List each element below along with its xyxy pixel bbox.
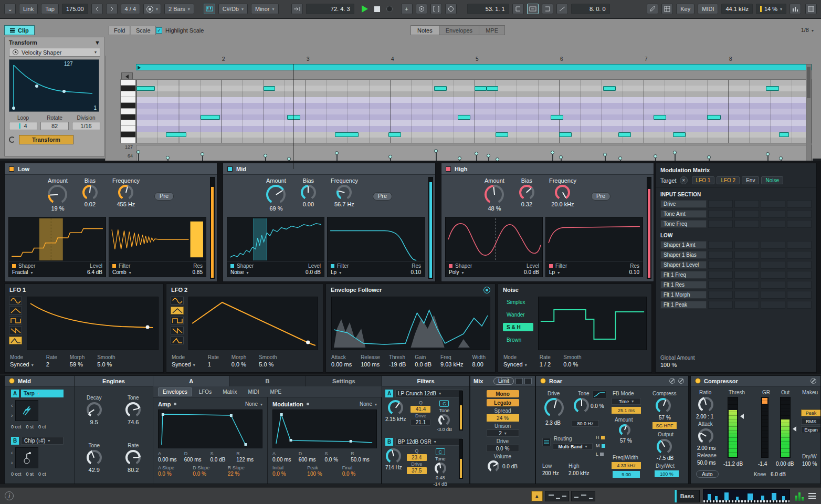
- metronome-button[interactable]: [143, 4, 161, 14]
- matrix-row[interactable]: Shaper 1 Amt: [656, 240, 816, 250]
- bar-ruler[interactable]: 2345678: [136, 56, 812, 64]
- matrix-row[interactable]: Flt 1 Peak: [656, 300, 816, 310]
- noise-graph[interactable]: [538, 297, 647, 350]
- midi-note[interactable]: [335, 132, 359, 137]
- band-enable-checkbox[interactable]: [9, 166, 14, 172]
- arrangement-position-field[interactable]: 72. 4. 3: [306, 4, 354, 14]
- velocity-dot[interactable]: [673, 151, 677, 154]
- nudge-down-icon[interactable]: [91, 4, 103, 14]
- midi-note[interactable]: [496, 132, 508, 137]
- engine-a-tag[interactable]: A: [11, 390, 19, 397]
- band-h-indicator[interactable]: H: [596, 435, 605, 440]
- amp-envelope-graph[interactable]: [158, 410, 262, 448]
- engine-knob-cell[interactable]: Rate 80.2: [125, 443, 141, 473]
- filter-type-menu[interactable]: Comb: [112, 269, 131, 275]
- unison-menu[interactable]: 2: [487, 429, 519, 437]
- comp-fold-icon[interactable]: [811, 378, 816, 384]
- midi-note[interactable]: [458, 115, 470, 120]
- lfo-graph[interactable]: [188, 297, 318, 350]
- triangle-wave-icon[interactable]: [9, 307, 22, 314]
- mod-env-menu[interactable]: None: [360, 401, 377, 407]
- envelope-follower-graph[interactable]: [331, 297, 490, 350]
- xover-high-value[interactable]: 2.00 kHz: [569, 470, 589, 476]
- env-param[interactable]: S0.0 %: [325, 451, 351, 463]
- meld-subtab[interactable]: MIDI: [244, 388, 263, 396]
- filter-a-q-field[interactable]: 41.4: [410, 406, 430, 413]
- velocity-dot[interactable]: [487, 154, 490, 158]
- envf-param[interactable]: Attack0.00 ms: [331, 354, 352, 368]
- cpu-meter-field[interactable]: 14 %: [756, 4, 786, 14]
- width-field[interactable]: 9.00: [613, 471, 640, 478]
- nudge-up-icon[interactable]: [106, 4, 118, 14]
- attack-knob[interactable]: [698, 428, 713, 444]
- pre-button[interactable]: Pre: [154, 192, 174, 201]
- mini-clip-widget[interactable]: [571, 491, 595, 501]
- midi-note[interactable]: [166, 132, 186, 137]
- envf-param[interactable]: Freq9.03 kHz: [440, 354, 463, 368]
- engine-prev-icon[interactable]: ‹: [11, 403, 13, 408]
- env-param[interactable]: D600 ms: [299, 451, 325, 463]
- velocity-dot[interactable]: [335, 151, 339, 155]
- matrix-row[interactable]: Flt 1 Res: [656, 280, 816, 290]
- fold-button[interactable]: Fold: [109, 26, 130, 35]
- meld-subtab[interactable]: MPE: [266, 388, 286, 396]
- lfo-param[interactable]: Morph59 %: [70, 354, 85, 368]
- sine-wave-icon[interactable]: [9, 297, 22, 304]
- midi-note[interactable]: [388, 132, 401, 137]
- roar-tone-freq-field[interactable]: 80.0 Hz: [572, 420, 599, 427]
- filter-a-c-button[interactable]: C: [439, 400, 449, 407]
- clip-tab[interactable]: Clip: [4, 25, 35, 35]
- info-icon[interactable]: i: [5, 491, 14, 500]
- filter-a-freq-knob[interactable]: [388, 400, 403, 415]
- frequency-knob[interactable]: [336, 185, 352, 200]
- velocity-dot[interactable]: [136, 150, 140, 154]
- meld-tab[interactable]: B: [229, 376, 306, 386]
- meld-tab[interactable]: Settings: [306, 376, 382, 386]
- env-slope-param[interactable]: D Slope0.0 %: [193, 465, 227, 477]
- cent-field[interactable]: 0 ct: [38, 424, 46, 429]
- filter-b-drive-field[interactable]: 37.5: [407, 467, 427, 474]
- fb-time-field[interactable]: 25.1 ms: [612, 407, 641, 414]
- engine-next-icon[interactable]: ›: [11, 413, 13, 418]
- tempo-field[interactable]: 175.00: [62, 4, 88, 14]
- draw-mode-pencil-icon[interactable]: [647, 4, 658, 14]
- octave-field[interactable]: 0 oct: [11, 424, 22, 429]
- collapse-triangle-icon[interactable]: ▼: [94, 39, 100, 46]
- bias-knob[interactable]: [519, 185, 534, 200]
- device-activator-icon[interactable]: [695, 378, 701, 384]
- velocity-dot[interactable]: [201, 152, 204, 156]
- midi-note[interactable]: [707, 115, 721, 120]
- engine-knob[interactable]: [87, 402, 102, 417]
- device-activator-icon[interactable]: [9, 378, 15, 384]
- filter-b-freq-knob[interactable]: [386, 448, 401, 464]
- grid-size-menu[interactable]: 1/8: [801, 27, 814, 33]
- transform-apply-button[interactable]: Transform: [19, 135, 73, 144]
- scale-button[interactable]: Scale: [131, 26, 156, 35]
- env-param[interactable]: A0.00 ms: [158, 451, 184, 463]
- mod-source-tab[interactable]: LFO 1: [692, 176, 715, 184]
- roar-tone-knob[interactable]: [574, 398, 589, 413]
- roar-drive-knob[interactable]: [544, 398, 564, 417]
- stop-button[interactable]: [374, 6, 380, 12]
- ramp-wave-icon[interactable]: [171, 337, 184, 344]
- noise-param[interactable]: ModeSynced: [503, 354, 527, 368]
- midi-note[interactable]: [487, 86, 499, 91]
- engine-knob-cell[interactable]: Tone 74.6: [125, 395, 141, 425]
- spread-field[interactable]: 24 %: [487, 414, 519, 422]
- sidechain-icon[interactable]: [483, 287, 490, 293]
- engine-a-menu[interactable]: Tarp: [21, 390, 64, 397]
- fb-amount-knob[interactable]: [619, 424, 630, 436]
- makeup-label[interactable]: Makeu: [802, 390, 818, 395]
- note-grid[interactable]: [136, 79, 812, 143]
- amount-knob[interactable]: [266, 185, 286, 204]
- thresh-handle-icon[interactable]: [740, 414, 744, 419]
- close-icon[interactable]: ×: [680, 176, 688, 184]
- envf-param[interactable]: Width8.00: [472, 354, 486, 368]
- device-activator-icon[interactable]: [540, 378, 546, 384]
- highlight-scale-checkbox[interactable]: ✓: [156, 27, 162, 34]
- arrangement-record-icon[interactable]: [445, 4, 457, 14]
- lfo-param[interactable]: ModeSynced: [172, 354, 195, 368]
- lfo-param[interactable]: Smooth5.0 %: [97, 354, 115, 368]
- follow-button[interactable]: [291, 4, 303, 14]
- shaper-graph[interactable]: ShaperNoise Level0.0 dB: [227, 217, 324, 277]
